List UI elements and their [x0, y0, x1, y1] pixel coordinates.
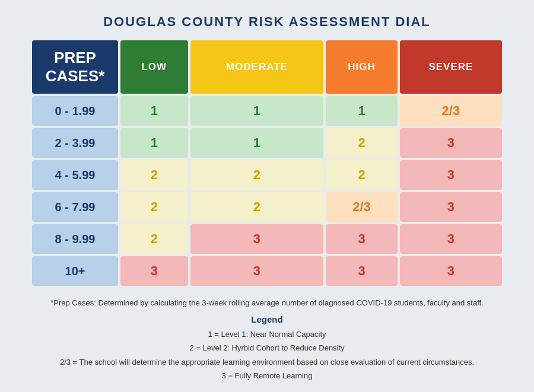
- cell-r5-c2: 3: [326, 256, 398, 286]
- cell-r5-c3: 3: [400, 256, 502, 286]
- cell-r3-c1: 2: [190, 192, 324, 222]
- header-high: HIGH: [326, 40, 398, 94]
- row-label-2: 4 - 5.99: [32, 160, 118, 190]
- cell-r1-c0: 1: [120, 128, 188, 158]
- legend-item: 2 = Level 2: Hyrbid Cohort to Reduce Den…: [30, 341, 504, 355]
- cell-r2-c0: 2: [120, 160, 188, 190]
- cell-r1-c1: 1: [190, 128, 324, 158]
- footer-note: *Prep Cases: Determined by calculating t…: [30, 297, 504, 310]
- legend-item: 2/3 = The school will determine the appr…: [30, 355, 504, 369]
- cell-r3-c3: 3: [400, 192, 502, 222]
- cell-r0-c0: 1: [120, 96, 188, 126]
- main-title: DOUGLAS COUNTY RISK ASSESSMENT DIAL: [30, 14, 504, 30]
- cell-r2-c3: 3: [400, 160, 502, 190]
- header-moderate: MODERATE: [190, 40, 324, 94]
- cell-r3-c2: 2/3: [326, 192, 398, 222]
- cell-r1-c2: 2: [326, 128, 398, 158]
- cell-r2-c1: 2: [190, 160, 324, 190]
- cell-r2-c2: 2: [326, 160, 398, 190]
- legend-item: 3 = Fully Remote Learning: [30, 369, 504, 383]
- row-label-4: 8 - 9.99: [32, 224, 118, 254]
- cell-r4-c3: 3: [400, 224, 502, 254]
- legend-item: 1 = Level 1: Near Normal Capacity: [30, 327, 504, 341]
- header-severe: SEVERE: [400, 40, 502, 94]
- cell-r3-c0: 2: [120, 192, 188, 222]
- row-label-1: 2 - 3.99: [32, 128, 118, 158]
- cell-r0-c3: 2/3: [400, 96, 502, 126]
- cell-r0-c2: 1: [326, 96, 398, 126]
- legend-items: 1 = Level 1: Near Normal Capacity2 = Lev…: [30, 327, 504, 383]
- cell-r0-c1: 1: [190, 96, 324, 126]
- row-label-3: 6 - 7.99: [32, 192, 118, 222]
- prep-cases-header: PREPCASES*: [32, 40, 118, 94]
- main-card: DOUGLAS COUNTY RISK ASSESSMENT DIAL PREP…: [12, 0, 522, 392]
- cell-r4-c1: 3: [190, 224, 324, 254]
- header-low: LOW: [120, 40, 188, 94]
- legend-title: Legend: [30, 312, 504, 327]
- row-label-0: 0 - 1.99: [32, 96, 118, 126]
- cell-r1-c3: 3: [400, 128, 502, 158]
- row-label-5: 10+: [32, 256, 118, 286]
- cell-r4-c2: 3: [326, 224, 398, 254]
- risk-table: PREPCASES* LOW MODERATE HIGH SEVERE 0 - …: [30, 38, 504, 288]
- cell-r5-c0: 3: [120, 256, 188, 286]
- cell-r5-c1: 3: [190, 256, 324, 286]
- cell-r4-c0: 2: [120, 224, 188, 254]
- footer: *Prep Cases: Determined by calculating t…: [30, 297, 504, 383]
